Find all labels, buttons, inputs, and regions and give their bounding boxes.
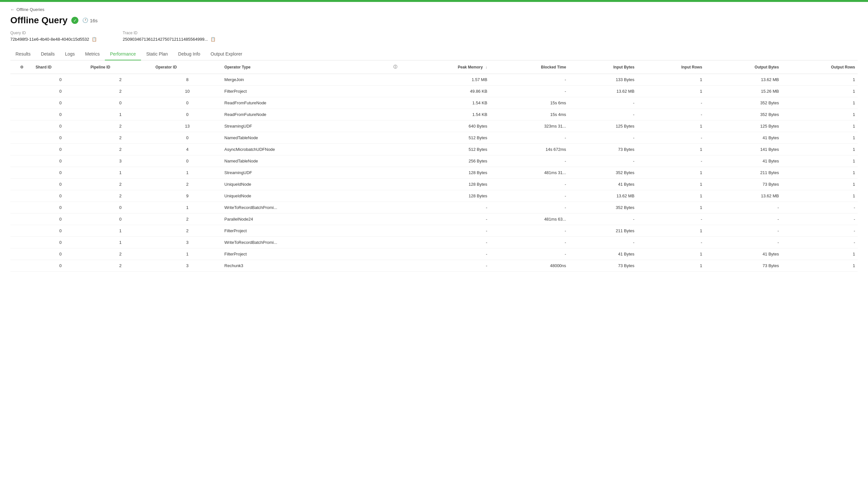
cell-peak-memory-12: -	[400, 213, 490, 225]
col-settings[interactable]: ⚙	[10, 60, 33, 74]
cell-operator-id-11: 1	[153, 202, 222, 213]
cell-info-9	[373, 179, 400, 190]
cell-info-8	[373, 167, 400, 179]
cell-operator-id-5: 0	[153, 132, 222, 144]
cell-shard-id-14: 0	[33, 237, 88, 248]
page-title-row: Offline Query ✓ 🕐 16s	[10, 15, 858, 26]
cell-peak-memory-15: -	[400, 248, 490, 260]
col-operator-id-label: Operator ID	[156, 65, 177, 69]
cell-input-rows-1: 1	[637, 86, 705, 97]
col-output-rows[interactable]: Output Rows	[781, 60, 858, 74]
cell-settings-10	[10, 190, 33, 202]
cell-settings-2	[10, 97, 33, 109]
col-input-rows[interactable]: Input Rows	[637, 60, 705, 74]
cell-info-7	[373, 155, 400, 167]
cell-blocked-time-0: -	[490, 74, 568, 86]
col-operator-type[interactable]: Operator Type	[222, 60, 373, 74]
cell-blocked-time-1: -	[490, 86, 568, 97]
cell-settings-15	[10, 248, 33, 260]
back-link-label: Offline Queries	[17, 7, 44, 12]
cell-operator-id-14: 3	[153, 237, 222, 248]
col-operator-id[interactable]: Operator ID	[153, 60, 222, 74]
cell-info-4	[373, 120, 400, 132]
trace-id-text: 25090346713612142750712111485564999...	[123, 37, 208, 42]
cell-operator-type-13: FilterProject	[222, 225, 373, 237]
col-blocked-time[interactable]: Blocked Time	[490, 60, 568, 74]
cell-operator-type-0: MergeJoin	[222, 74, 373, 86]
cell-shard-id-0: 0	[33, 74, 88, 86]
cell-info-2	[373, 97, 400, 109]
cell-info-13	[373, 225, 400, 237]
cell-output-bytes-6: 141 Bytes	[705, 144, 781, 155]
cell-pipeline-id-0: 2	[88, 74, 153, 86]
cell-peak-memory-3: 1.54 KB	[400, 109, 490, 120]
cell-info-10	[373, 190, 400, 202]
cell-settings-0	[10, 74, 33, 86]
cell-output-bytes-1: 15.26 MB	[705, 86, 781, 97]
tab-metrics[interactable]: Metrics	[80, 48, 105, 60]
cell-pipeline-id-7: 3	[88, 155, 153, 167]
cell-shard-id-16: 0	[33, 260, 88, 271]
cell-peak-memory-0: 1.57 MB	[400, 74, 490, 86]
copy-trace-id-icon[interactable]: 📋	[210, 36, 216, 42]
cell-operator-id-9: 2	[153, 179, 222, 190]
info-icon[interactable]: ⓘ	[393, 64, 397, 70]
cell-output-rows-7: 1	[781, 155, 858, 167]
table-row: 0 1 1 StreamingUDF 128 Bytes 481ms 31...…	[10, 167, 858, 179]
table-row: 0 2 9 UniqueIdNode 128 Bytes - 13.62 MB …	[10, 190, 858, 202]
col-input-bytes[interactable]: Input Bytes	[568, 60, 637, 74]
back-link[interactable]: ← Offline Queries	[10, 7, 858, 12]
col-peak-memory[interactable]: Peak Memory ↓	[400, 60, 490, 74]
cell-shard-id-2: 0	[33, 97, 88, 109]
tab-output-explorer[interactable]: Output Explorer	[206, 48, 247, 60]
cell-output-bytes-0: 13.62 MB	[705, 74, 781, 86]
tab-static-plan[interactable]: Static Plan	[141, 48, 173, 60]
table-row: 0 0 1 WriteToRecordBatchPromi... - - 352…	[10, 202, 858, 213]
cell-operator-id-2: 0	[153, 97, 222, 109]
cell-blocked-time-15: -	[490, 248, 568, 260]
table-header-row: ⚙ Shard ID Pipeline ID Operator ID Opera…	[10, 60, 858, 74]
cell-settings-8	[10, 167, 33, 179]
tab-logs[interactable]: Logs	[60, 48, 80, 60]
cell-shard-id-15: 0	[33, 248, 88, 260]
tab-details[interactable]: Details	[36, 48, 60, 60]
cell-shard-id-4: 0	[33, 120, 88, 132]
cell-shard-id-8: 0	[33, 167, 88, 179]
tab-results[interactable]: Results	[10, 48, 36, 60]
cell-operator-id-1: 10	[153, 86, 222, 97]
cell-blocked-time-7: -	[490, 155, 568, 167]
cell-shard-id-11: 0	[33, 202, 88, 213]
col-blocked-time-label: Blocked Time	[541, 65, 566, 69]
cell-peak-memory-13: -	[400, 225, 490, 237]
cell-input-bytes-6: 73 Bytes	[568, 144, 637, 155]
cell-pipeline-id-4: 2	[88, 120, 153, 132]
col-output-bytes[interactable]: Output Bytes	[705, 60, 781, 74]
cell-output-rows-2: 1	[781, 97, 858, 109]
cell-input-bytes-0: 133 Bytes	[568, 74, 637, 86]
cell-input-rows-15: 1	[637, 248, 705, 260]
cell-input-rows-13: 1	[637, 225, 705, 237]
duration-value: 16s	[90, 18, 97, 23]
copy-query-id-icon[interactable]: 📋	[92, 36, 97, 42]
cell-input-rows-10: 1	[637, 190, 705, 202]
settings-icon[interactable]: ⚙	[20, 65, 24, 69]
cell-operator-type-1: FilterProject	[222, 86, 373, 97]
cell-input-bytes-13: 211 Bytes	[568, 225, 637, 237]
tab-debug-info[interactable]: Debug Info	[173, 48, 206, 60]
cell-operator-id-13: 2	[153, 225, 222, 237]
cell-input-bytes-15: 41 Bytes	[568, 248, 637, 260]
col-pipeline-id[interactable]: Pipeline ID	[88, 60, 153, 74]
cell-operator-type-7: NamedTableNode	[222, 155, 373, 167]
table-row: 0 2 1 FilterProject - - 41 Bytes 1 41 By…	[10, 248, 858, 260]
cell-input-bytes-8: 352 Bytes	[568, 167, 637, 179]
cell-output-bytes-2: 352 Bytes	[705, 97, 781, 109]
cell-settings-7	[10, 155, 33, 167]
tab-performance[interactable]: Performance	[105, 48, 141, 60]
cell-operator-type-8: StreamingUDF	[222, 167, 373, 179]
col-shard-id[interactable]: Shard ID	[33, 60, 88, 74]
cell-operator-type-6: AsyncMicrobatchUDFNode	[222, 144, 373, 155]
cell-operator-id-15: 1	[153, 248, 222, 260]
col-input-bytes-label: Input Bytes	[613, 65, 634, 69]
cell-settings-16	[10, 260, 33, 271]
cell-shard-id-12: 0	[33, 213, 88, 225]
